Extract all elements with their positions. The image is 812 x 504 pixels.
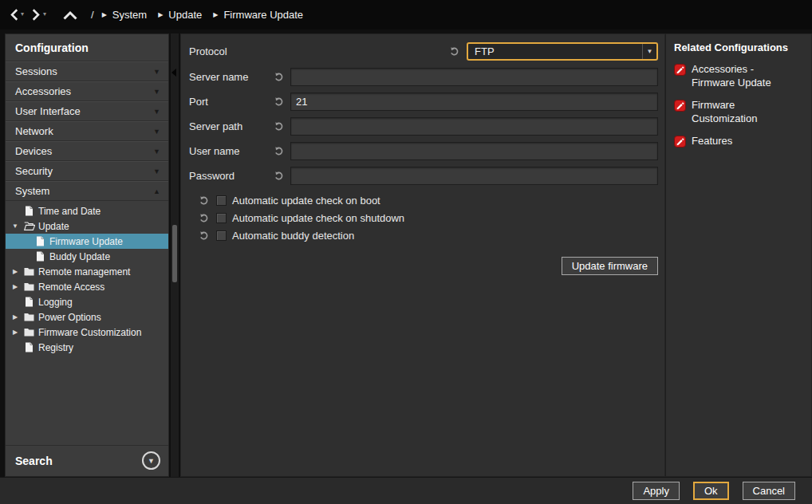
section-label: User Interface [15, 105, 81, 117]
protocol-row: Protocol FTP ▼ [189, 41, 658, 61]
chevron-down-icon: ▼ [148, 457, 155, 465]
tree-item-label: Time and Date [38, 206, 101, 217]
password-input[interactable] [290, 167, 658, 185]
apply-button[interactable]: Apply [633, 482, 680, 500]
update-firmware-button[interactable]: Update firmware [562, 257, 658, 275]
server-path-row: Server path [189, 117, 658, 136]
chevron-right-icon [31, 9, 41, 21]
reset-to-default-icon[interactable] [197, 230, 211, 241]
main-area: Configuration Sessions ▼ Accessories ▼ U… [0, 30, 812, 477]
back-button[interactable] [8, 7, 20, 22]
section-chevron-icon: ▼ [153, 88, 160, 96]
tree-item-label: Registry [38, 342, 73, 353]
protocol-label: Protocol [189, 45, 227, 57]
reset-to-default-icon[interactable] [272, 171, 286, 181]
update-check-on-boot-checkbox[interactable] [216, 195, 227, 206]
reset-to-default-icon[interactable] [272, 72, 286, 82]
app-window: ▾ ▾ / ▶ System ▶ Update ▶ Firmware Updat… [0, 0, 812, 504]
folder-icon [23, 267, 35, 276]
sidebar-section-devices[interactable]: Devices ▼ [6, 141, 168, 161]
search-panel: Search ▼ [6, 445, 168, 476]
sidebar-section-sessions[interactable]: Sessions ▼ [6, 61, 168, 81]
scrollbar-thumb[interactable] [172, 225, 177, 282]
related-item-accessories-firmware-update[interactable]: Accessories - Firmware Update [674, 63, 786, 90]
tree-expander-icon: ▶ [10, 268, 20, 275]
collapse-sidebar-icon[interactable] [171, 69, 176, 77]
server-name-label: Server name [189, 71, 272, 83]
folder-icon [23, 313, 35, 321]
protocol-select[interactable]: FTP ▼ [467, 42, 658, 61]
sidebar-section-system[interactable]: System ▲ [6, 181, 168, 201]
reset-to-default-icon[interactable] [197, 195, 211, 206]
reset-to-default-icon[interactable] [272, 121, 286, 132]
dialog-button-bar: Apply Ok Cancel [0, 477, 812, 504]
sidebar-scrollbar[interactable] [171, 33, 179, 477]
chevron-up-icon [63, 10, 77, 21]
breadcrumb-system[interactable]: ▶ System [102, 9, 148, 21]
buddy-detection-checkbox[interactable] [216, 230, 227, 241]
tree-item-registry[interactable]: Registry [6, 340, 168, 355]
sidebar-section-security[interactable]: Security ▼ [6, 161, 168, 181]
ok-button[interactable]: Ok [693, 482, 729, 500]
tree-item-update[interactable]: ▼ Update [6, 219, 168, 234]
server-name-input[interactable] [290, 68, 658, 86]
section-label: Network [15, 125, 53, 137]
reset-to-default-icon[interactable] [272, 96, 286, 107]
checkbox-label: Automatic buddy detection [232, 230, 354, 242]
forward-history-dropdown-icon[interactable]: ▾ [43, 11, 46, 18]
reset-to-default-icon[interactable] [272, 146, 286, 156]
breadcrumb-update[interactable]: ▶ Update [158, 9, 202, 21]
sidebar-section-network[interactable]: Network ▼ [6, 121, 168, 141]
folder-open-icon [23, 222, 35, 230]
tree-expander-icon: ▶ [10, 329, 20, 336]
related-item-firmware-customization[interactable]: Firmware Customization [674, 99, 786, 126]
cancel-button[interactable]: Cancel [743, 482, 795, 500]
tree-item-label: Buddy Update [49, 251, 110, 262]
tree-item-remote-management[interactable]: ▶ Remote management [6, 264, 168, 279]
section-label: System [15, 185, 49, 197]
edit-config-icon [674, 64, 686, 78]
port-label: Port [189, 96, 272, 108]
tree-expander-icon: ▶ [10, 283, 20, 290]
server-path-input[interactable] [290, 117, 658, 136]
file-icon [34, 236, 46, 246]
related-configurations-panel: Related Configurations Accessories - Fir… [665, 33, 812, 477]
tree-item-firmware-update[interactable]: Firmware Update [6, 234, 168, 249]
forward-button[interactable] [30, 7, 42, 22]
tree-item-firmware-customization[interactable]: ▶ Firmware Customization [6, 325, 168, 340]
checkbox-label: Automatic update check on boot [232, 195, 380, 207]
section-label: Devices [15, 145, 52, 157]
tree-item-label: Remote Access [38, 282, 104, 293]
section-chevron-icon: ▼ [153, 148, 160, 156]
user-name-input[interactable] [290, 142, 658, 160]
file-icon [34, 251, 46, 262]
update-check-on-shutdown-checkbox[interactable] [216, 213, 227, 223]
tree-item-power-options[interactable]: ▶ Power Options [6, 309, 168, 325]
update-check-on-boot-row: Automatic update check on boot [189, 191, 658, 209]
reset-to-default-icon[interactable] [447, 46, 461, 57]
related-item-label: Features [692, 135, 732, 148]
tree-expander-icon: ▼ [10, 222, 20, 230]
firmware-update-form: Protocol FTP ▼ Server name Port [180, 33, 665, 477]
reset-to-default-icon[interactable] [197, 213, 211, 223]
breadcrumb-root[interactable]: / [91, 9, 94, 21]
tree-item-remote-access[interactable]: ▶ Remote Access [6, 279, 168, 294]
tree-item-label: Remote management [38, 266, 130, 278]
search-expand-button[interactable]: ▼ [142, 451, 160, 470]
tree-item-buddy-update[interactable]: Buddy Update [6, 249, 168, 264]
tree-item-time-and-date[interactable]: Time and Date [6, 203, 168, 219]
sidebar-section-user-interface[interactable]: User Interface ▼ [6, 101, 168, 121]
search-label: Search [15, 455, 53, 467]
up-level-button[interactable] [62, 8, 78, 22]
file-icon [23, 206, 35, 216]
port-input[interactable] [290, 93, 658, 111]
sidebar-section-accessories[interactable]: Accessories ▼ [6, 81, 168, 101]
tree-item-logging[interactable]: Logging [6, 294, 168, 309]
section-label: Accessories [15, 85, 71, 97]
back-history-dropdown-icon[interactable]: ▾ [21, 11, 24, 18]
user-name-row: User name [189, 142, 658, 160]
password-row: Password [189, 167, 658, 185]
section-label: Sessions [15, 65, 57, 77]
breadcrumb-firmware-update[interactable]: ▶ Firmware Update [213, 9, 303, 21]
related-item-features[interactable]: Features [674, 135, 732, 150]
